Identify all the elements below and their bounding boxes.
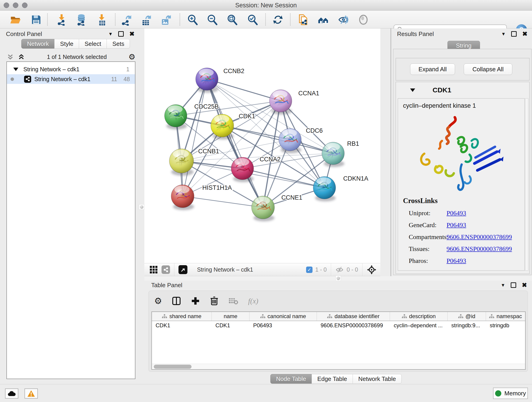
tab-network-table[interactable]: Network Table — [353, 374, 402, 384]
network-node-cdkn1a[interactable]: CDKN1A — [313, 175, 368, 201]
network-edge[interactable] — [183, 196, 263, 207]
clone-network-button[interactable] — [298, 14, 309, 26]
birds-eye-crosshair-icon[interactable] — [367, 265, 377, 275]
network-collection-row[interactable]: String Network – cdk1 1 — [7, 64, 135, 74]
export-table-button[interactable] — [140, 14, 152, 26]
cell-name[interactable]: CDK1 — [212, 321, 249, 330]
warnings-button[interactable] — [25, 389, 38, 399]
zoom-out-button[interactable] — [206, 14, 218, 26]
crosslink-label: Uniprot: — [403, 210, 447, 217]
network-node-hist1h1a[interactable]: HIST1H1A — [171, 184, 232, 210]
collection-expand-icon[interactable] — [13, 68, 18, 71]
show-panel-button[interactable] — [357, 14, 369, 26]
tab-style[interactable]: Style — [54, 39, 79, 49]
zoom-in-button[interactable] — [186, 14, 198, 26]
network-node-cdk1[interactable]: CDK1 — [211, 113, 255, 140]
splitter-handle-dot[interactable] — [140, 205, 143, 209]
current-network-name: String Network – cdk1 — [197, 266, 253, 273]
export-network-button[interactable] — [120, 14, 132, 26]
memory-button[interactable]: Memory — [493, 388, 528, 399]
result-entry-header[interactable]: CDK1 — [396, 82, 529, 98]
panel-close-icon[interactable]: ✖ — [522, 30, 527, 38]
network-node-cdc25b[interactable]: CDC25B — [165, 103, 219, 129]
expand-all-icon[interactable] — [17, 53, 25, 61]
panel-float-icon[interactable] — [511, 31, 517, 37]
network-node-ccnb1[interactable]: CCNB1 — [169, 148, 219, 176]
network-edge[interactable] — [176, 101, 281, 116]
column-header-canonical-name[interactable]: canonical name — [249, 312, 317, 321]
selected-checkbox-icon[interactable]: ✓ — [306, 267, 312, 273]
table-options-gear-icon[interactable]: ⚙ — [154, 297, 162, 305]
panel-float-icon[interactable] — [118, 31, 124, 37]
network-edge[interactable] — [242, 168, 324, 188]
home-button[interactable] — [317, 14, 329, 26]
scrollbar-thumb[interactable] — [154, 365, 191, 369]
open-session-button[interactable] — [10, 14, 22, 26]
network-overview-icon[interactable] — [162, 265, 170, 274]
results-scrollbar[interactable] — [525, 98, 528, 271]
column-header-id[interactable]: @id — [448, 312, 486, 321]
delete-column-icon[interactable] — [210, 296, 219, 306]
import-table-file-button[interactable] — [96, 14, 108, 26]
collapse-all-button[interactable]: Collapse All — [464, 64, 512, 75]
panel-menu-icon[interactable]: ▼ — [108, 32, 113, 37]
zoom-fit-button[interactable] — [226, 14, 238, 26]
tab-node-table[interactable]: Node Table — [270, 374, 312, 384]
import-network-file-button[interactable] — [56, 14, 68, 26]
network-row-selected[interactable]: String Network – cdk1 11 48 — [7, 74, 135, 84]
network-canvas[interactable]: CCNB2CCNA1CDC25BCDK1CDC6RB1CCNB1CCNA2CDK… — [144, 28, 380, 263]
network-edge[interactable] — [183, 101, 281, 196]
column-header-namespace[interactable]: namespac — [486, 312, 525, 321]
cell-shared-name[interactable]: CDK1 — [152, 321, 212, 330]
entry-expand-icon[interactable] — [410, 89, 415, 92]
hide-panel-button[interactable] — [337, 14, 349, 26]
collapse-all-icon[interactable] — [6, 53, 14, 61]
network-node-rb1[interactable]: RB1 — [322, 140, 359, 167]
column-header-database-identifier[interactable]: database identifier — [317, 312, 390, 321]
column-header-description[interactable]: description — [390, 312, 447, 321]
horizontal-splitter[interactable] — [144, 276, 532, 281]
add-column-icon[interactable] — [191, 296, 200, 306]
column-header-shared-name[interactable]: shared name — [152, 312, 212, 321]
crosslink-uniprot-link[interactable]: P06493 — [447, 210, 466, 217]
crosslink-pharos-link[interactable]: P06493 — [447, 257, 466, 264]
show-columns-icon[interactable] — [172, 296, 181, 306]
refresh-button[interactable] — [272, 14, 284, 26]
tab-select[interactable]: Select — [79, 39, 107, 49]
cell-namespace[interactable]: stringdb — [486, 321, 525, 330]
expand-all-button[interactable]: Expand All — [410, 64, 455, 75]
network-node-ccna1[interactable]: CCNA1 — [269, 89, 319, 115]
cloud-status-button[interactable] — [5, 389, 18, 399]
crosslink-label: Pharos: — [403, 257, 447, 264]
panel-menu-icon[interactable]: ▼ — [501, 283, 505, 288]
detach-view-icon[interactable] — [178, 265, 187, 274]
delete-table-icon — [228, 297, 239, 305]
cell-canonical-name[interactable]: P06493 — [249, 321, 317, 330]
network-options-gear-icon[interactable]: ⚙ — [128, 53, 135, 61]
export-image-button[interactable] — [160, 14, 172, 26]
cell-database-identifier[interactable]: 9606.ENSP00000378699 — [317, 321, 390, 330]
import-network-from-database-button[interactable] — [75, 14, 87, 26]
splitter-handle-dot[interactable] — [336, 277, 340, 280]
table-row[interactable]: CDK1 CDK1 P06493 9606.ENSP00000378699 cy… — [152, 321, 525, 330]
crosslink-genecard-link[interactable]: P06493 — [447, 221, 466, 229]
panel-menu-icon[interactable]: ▼ — [501, 32, 506, 37]
left-splitter[interactable] — [139, 28, 144, 276]
zoom-selected-button[interactable] — [247, 14, 259, 26]
tab-edge-table[interactable]: Edge Table — [312, 374, 353, 384]
column-header-name[interactable]: name — [212, 312, 249, 321]
grid-view-icon[interactable] — [150, 266, 157, 274]
network-type-icon — [24, 76, 31, 83]
table-horizontal-scrollbar[interactable] — [152, 364, 525, 369]
network-node-ccne1[interactable]: CCNE1 — [252, 194, 302, 221]
save-session-button[interactable] — [30, 14, 42, 26]
panel-close-icon[interactable]: ✖ — [522, 281, 527, 289]
tab-network[interactable]: Network — [21, 39, 55, 49]
tab-sets[interactable]: Sets — [107, 39, 130, 49]
panel-close-icon[interactable]: ✖ — [129, 30, 134, 38]
panel-float-icon[interactable] — [511, 282, 516, 288]
crosslink-compartments-link[interactable]: 9606.ENSP00000378699 — [447, 233, 512, 241]
cell-description[interactable]: cyclin–dependent ... — [390, 321, 447, 330]
cell-id[interactable]: stringdb:9... — [448, 321, 486, 330]
crosslink-tissues-link[interactable]: 9606.ENSP00000378699 — [447, 245, 512, 253]
